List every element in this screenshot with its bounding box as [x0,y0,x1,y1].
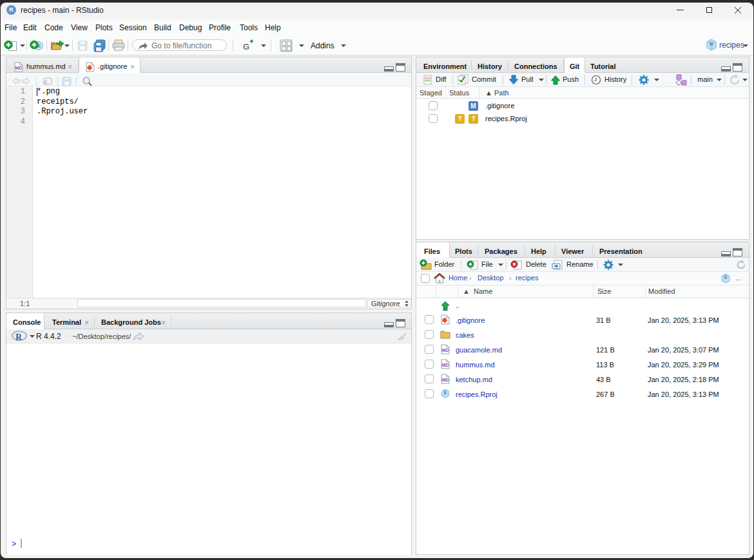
svg-text:MD: MD [442,348,449,352]
svg-text:R: R [444,391,447,396]
svg-text:MD: MD [442,378,449,382]
svg-text:R: R [15,333,23,342]
svg-text:G: G [243,42,249,52]
svg-text:R: R [724,275,728,280]
svg-text:MD: MD [442,363,449,367]
svg-text:R: R [710,41,713,47]
svg-text:MD: MD [15,66,23,70]
